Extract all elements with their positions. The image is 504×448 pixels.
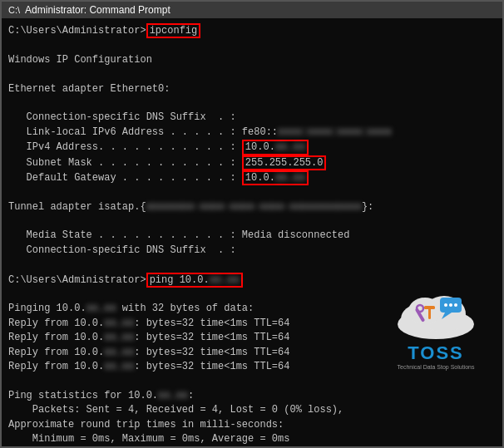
reply4-blurred: xx.xx — [104, 361, 134, 372]
window: C:\ Administrator: Command Prompt C:\Use… — [0, 0, 504, 448]
terminal-body: C:\Users\Administrator>ipconfig Windows … — [2, 18, 502, 446]
line-gateway: Default Gateway . . . . . . . . . : 10.0… — [8, 170, 496, 185]
ipv4-highlight: 10.0.xx.xx — [242, 140, 309, 155]
line-blank4 — [8, 185, 496, 199]
line-pingstat: Ping statistics for 10.0.xx.xx: — [8, 389, 496, 403]
svg-point-3 — [408, 298, 442, 324]
line-blank3 — [8, 96, 496, 111]
title-bar: C:\ Administrator: Command Prompt — [2, 2, 502, 18]
tunnel-blurred: xxxxxxxx-xxxx-xxxx-xxxx-xxxxxxxxxxxx — [146, 201, 362, 213]
cmd-icon: C:\ — [8, 5, 20, 15]
svg-point-11 — [449, 303, 452, 307]
toss-logo-area: TOSS Technical Data Stop Solutions — [378, 288, 494, 372]
line-ipv6: Link-local IPv6 Address . . . . . : fe80… — [8, 126, 496, 140]
line-minmax: Minimum = 0ms, Maximum = 0ms, Average = … — [8, 432, 496, 446]
toss-subtitle-text: Technical Data Stop Solutions — [398, 364, 475, 371]
line-blank2 — [8, 67, 496, 81]
pinging-blurred: xx.xx — [86, 303, 116, 314]
line-winip: Windows IP Configuration — [8, 53, 496, 67]
toss-logo-svg — [390, 289, 482, 341]
reply1-blurred: xx.xx — [104, 318, 134, 329]
gateway-highlight: 10.0.xx.xx — [242, 170, 309, 185]
line-blank1 — [8, 38, 496, 52]
ping-highlight: ping 10.0.xx.xx — [146, 273, 243, 288]
line-cmd2: C:\Users\Administrator>ping 10.0.xx.xx — [8, 273, 496, 288]
pingstat-blurred: xx.xx — [158, 390, 188, 401]
line-cmd1: C:\Users\Administrator>ipconfig — [8, 23, 496, 38]
line-blank5 — [8, 214, 496, 229]
line-packets: Packets: Sent = 4, Received = 4, Lost = … — [8, 403, 496, 417]
line-approx: Approximate round trip times in milli-se… — [8, 418, 496, 432]
svg-point-10 — [444, 303, 447, 307]
line-ethernet: Ethernet adapter Ethernet0: — [8, 82, 496, 96]
svg-point-12 — [454, 303, 457, 307]
line-blank8 — [8, 374, 496, 388]
line-blank6 — [8, 258, 496, 272]
ipconfig-highlight: ipconfig — [146, 23, 201, 38]
line-subnet: Subnet Mask . . . . . . . . . . . : 255.… — [8, 155, 496, 170]
reply2-blurred: xx.xx — [104, 332, 134, 343]
line-ipv4: IPv4 Address. . . . . . . . . . . : 10.0… — [8, 140, 496, 155]
ipv6-blurred: xxxx:xxxx:xxxx:xxxx — [278, 126, 392, 138]
svg-rect-7 — [424, 306, 435, 309]
line-media: Media State . . . . . . . . . . . : Medi… — [8, 229, 496, 243]
gateway-blurred: xx.xx — [275, 172, 305, 184]
reply3-blurred: xx.xx — [104, 347, 134, 358]
line-dns1: Connection-specific DNS Suffix . : — [8, 111, 496, 125]
subnet-highlight: 255.255.255.0 — [242, 155, 327, 170]
line-tunnel: Tunnel adapter isatap.{xxxxxxxx-xxxx-xxx… — [8, 200, 496, 214]
line-dns2: Connection-specific DNS Suffix . : — [8, 244, 496, 258]
ipv4-blurred: xx.xx — [275, 141, 305, 153]
ping-ip-blurred: xx.xx — [210, 274, 240, 286]
toss-brand-text: TOSS — [408, 342, 464, 364]
window-title: Administrator: Command Prompt — [25, 4, 170, 16]
